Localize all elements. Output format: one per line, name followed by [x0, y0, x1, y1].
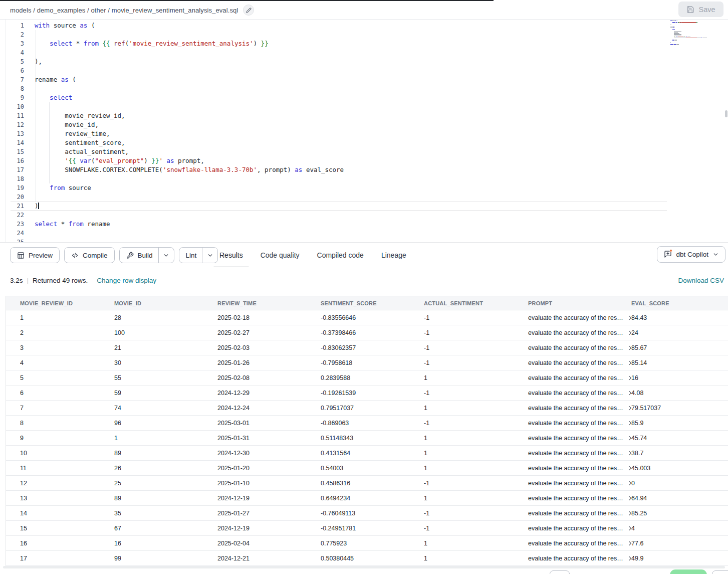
- code-line[interactable]: [35, 174, 344, 183]
- cell-value: 2025-01-31: [217, 435, 250, 442]
- code-line[interactable]: review_time,: [35, 129, 344, 138]
- cell: -0.83556646: [321, 314, 424, 321]
- code-line[interactable]: select: [35, 93, 344, 102]
- save-button[interactable]: Save: [678, 2, 723, 17]
- cell-value: evaluate the accuracy of the res…: [528, 374, 623, 381]
- code-line[interactable]: SNOWFLAKE.CORTEX.COMPLETE('snowflake-lla…: [35, 165, 344, 174]
- tab-code-quality[interactable]: Code quality: [255, 243, 306, 268]
- build-dropdown[interactable]: [158, 248, 174, 263]
- cell: -0.37398466: [321, 329, 424, 336]
- change-row-display-link[interactable]: Change row display: [97, 277, 156, 284]
- expand-cell-icon[interactable]: [627, 556, 631, 561]
- download-csv-link[interactable]: Download CSV: [678, 277, 724, 284]
- build-button[interactable]: Build: [120, 248, 158, 263]
- cell-value: -0.24951781: [321, 525, 356, 532]
- code-line[interactable]: [35, 238, 344, 242]
- tab-results[interactable]: Results: [213, 243, 249, 268]
- code-line[interactable]: from source: [35, 183, 344, 193]
- sql-editor[interactable]: 1234567891011121314151617181920212223242…: [6, 20, 728, 242]
- cell: 85.67: [631, 344, 728, 351]
- breadcrumb[interactable]: models / demo_examples / other / movie_r…: [10, 7, 238, 14]
- minimap[interactable]: [670, 20, 722, 48]
- expand-cell-icon[interactable]: [627, 541, 631, 546]
- expand-cell-icon[interactable]: [627, 406, 631, 411]
- compile-button[interactable]: Compile: [64, 247, 115, 263]
- cell-value: -1: [424, 390, 429, 397]
- cell-value: 2024-12-19: [217, 495, 250, 502]
- expand-cell-icon[interactable]: [627, 375, 631, 380]
- cell: 4.08: [631, 390, 728, 397]
- code-line[interactable]: sentiment_score,: [35, 138, 344, 147]
- dbt-copilot-button[interactable]: dbt Copilot: [657, 246, 725, 263]
- cell-value: 1: [114, 435, 118, 442]
- horizontal-scrollbar[interactable]: [3, 566, 725, 568]
- code-line[interactable]: [35, 66, 344, 75]
- expand-cell-icon[interactable]: [627, 330, 631, 335]
- cell-value: 45.74: [631, 435, 647, 442]
- code-line[interactable]: '{{ var("eval_prompt") }}' as prompt,: [35, 156, 344, 165]
- cell: 26: [114, 465, 217, 472]
- cell-value: 2025-01-26: [217, 359, 250, 366]
- code-line[interactable]: [35, 211, 344, 220]
- edit-file-badge[interactable]: [243, 5, 254, 16]
- cell-value: evaluate the accuracy of the res…: [528, 525, 623, 532]
- code-line[interactable]: actual_sentiment,: [35, 147, 344, 156]
- table-row: 3212025-02-03-0.83062357-1evaluate the a…: [6, 340, 728, 355]
- editor-scrollbar[interactable]: [725, 110, 727, 117]
- cell-value: 1: [424, 540, 427, 547]
- cutoff-button[interactable]: [550, 570, 570, 574]
- cell-value: 7: [20, 405, 24, 412]
- expand-cell-icon[interactable]: [627, 436, 631, 441]
- code-line[interactable]: [35, 48, 344, 57]
- cell: 96: [114, 420, 217, 427]
- cell: 0.775923: [321, 540, 424, 547]
- code-line[interactable]: rename as (: [35, 75, 344, 84]
- cell: 2024-12-19: [217, 525, 321, 532]
- expand-cell-icon[interactable]: [627, 345, 631, 350]
- cell: 99: [114, 555, 217, 562]
- code-line[interactable]: with source as (: [35, 21, 344, 30]
- code-line[interactable]: ),: [35, 57, 344, 66]
- expand-cell-icon[interactable]: [627, 451, 631, 456]
- table-row: 8962025-03-01-0.869063-1evaluate the acc…: [6, 416, 728, 431]
- code-line[interactable]: select * from {{ ref('movie_review_senti…: [35, 39, 344, 48]
- code-lines[interactable]: with source as ( select * from {{ ref('m…: [35, 21, 344, 242]
- cell: 38.7: [631, 450, 728, 457]
- code-line[interactable]: [35, 102, 344, 111]
- expand-cell-icon[interactable]: [627, 526, 631, 531]
- expand-cell-icon[interactable]: [627, 481, 631, 486]
- code-line[interactable]: movie_review_id,: [35, 111, 344, 120]
- cell-value: 13: [20, 495, 27, 502]
- line-number: 7: [6, 75, 24, 84]
- code-line[interactable]: movie_id,: [35, 120, 344, 129]
- cell: 84.43: [631, 314, 728, 321]
- code-line[interactable]: select * from rename: [35, 220, 344, 229]
- cell: -0.7958618: [321, 359, 424, 366]
- expand-cell-icon[interactable]: [627, 496, 631, 501]
- expand-cell-icon[interactable]: [627, 511, 631, 516]
- code-line[interactable]: ): [35, 202, 344, 211]
- cell-value: 3: [20, 344, 24, 351]
- cutoff-green-button[interactable]: [670, 569, 707, 574]
- code-line[interactable]: [35, 193, 344, 202]
- cell-value: 89: [114, 495, 121, 502]
- expand-cell-icon[interactable]: [627, 391, 631, 396]
- results-toolbar: Preview Compile Build Lint Results Code: [0, 242, 728, 267]
- cutoff-button[interactable]: [712, 570, 728, 574]
- expand-cell-icon[interactable]: [627, 315, 631, 320]
- code-line[interactable]: [35, 229, 344, 238]
- code-line[interactable]: [35, 30, 344, 39]
- preview-button[interactable]: Preview: [10, 247, 60, 263]
- expand-cell-icon[interactable]: [627, 360, 631, 365]
- tab-lineage[interactable]: Lineage: [375, 243, 412, 268]
- expand-cell-icon[interactable]: [627, 466, 631, 471]
- cell: -0.869063: [321, 420, 424, 427]
- expand-cell-icon[interactable]: [627, 421, 631, 426]
- cell: 2025-02-04: [217, 540, 321, 547]
- results-tabs: Results Code quality Compiled code Linea…: [213, 243, 412, 268]
- tab-compiled-code[interactable]: Compiled code: [311, 243, 370, 268]
- code-line[interactable]: [35, 84, 344, 93]
- cell-value: 35: [114, 510, 121, 517]
- cell: 0.51148343: [321, 435, 424, 442]
- lint-button[interactable]: Lint: [179, 248, 202, 263]
